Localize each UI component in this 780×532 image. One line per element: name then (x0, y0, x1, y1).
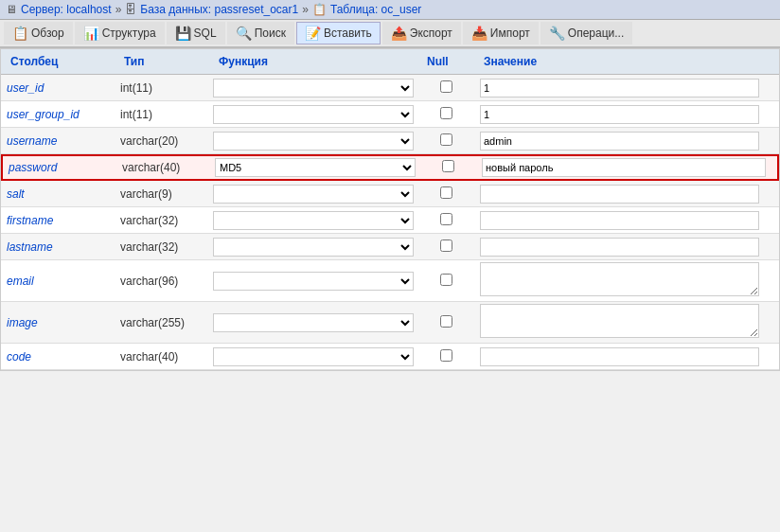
data-table: Столбец Тип Функция Null Значение user_i… (0, 48, 780, 371)
row-column-name: code (1, 348, 115, 365)
row-column-name: user_group_id (1, 106, 115, 123)
tab-search[interactable]: 🔍 Поиск (227, 22, 294, 44)
breadcrumb-table[interactable]: Таблица: oc_user (330, 3, 421, 16)
row-function-cell: BETWEENLIKEMD5NOW()PASSWORDSHA1UUID (209, 236, 417, 258)
function-select[interactable]: BETWEENLIKEMD5NOW()PASSWORDSHA1UUID (215, 158, 416, 177)
function-select[interactable]: BETWEENLIKEMD5NOW()PASSWORDSHA1UUID (213, 347, 414, 366)
function-select[interactable]: BETWEENLIKEMD5NOW()PASSWORDSHA1UUID (213, 313, 414, 332)
null-checkbox[interactable] (440, 349, 452, 362)
server-icon: 🖥 (6, 3, 17, 16)
row-column-name: lastname (1, 239, 115, 256)
row-function-cell: BETWEENLIKEMD5NOW()PASSWORDSHA1UUID (209, 103, 417, 126)
null-checkbox[interactable] (440, 80, 452, 93)
value-input[interactable] (480, 238, 759, 257)
row-column-name: salt (1, 186, 115, 203)
function-select[interactable]: BETWEENLIKEMD5NOW()PASSWORDSHA1UUID (213, 238, 414, 257)
row-function-cell: BETWEENLIKEMD5NOW()PASSWORDSHA1UUID (209, 209, 417, 232)
value-input[interactable] (480, 211, 759, 230)
row-column-type: int(11) (115, 80, 209, 97)
function-select[interactable]: BETWEENLIKEMD5NOW()PASSWORDSHA1UUID (213, 79, 414, 98)
row-value-cell (474, 130, 779, 152)
tab-search-label: Поиск (255, 27, 286, 40)
row-function-cell: BETWEENLIKEMD5NOW()PASSWORDSHA1UUID (209, 130, 417, 152)
value-textarea[interactable] (480, 262, 759, 296)
row-null-cell (417, 347, 474, 366)
tab-operations[interactable]: 🔧 Операци... (541, 22, 632, 44)
search-icon: 🔍 (236, 26, 252, 41)
col-header-null: Null (423, 53, 480, 70)
export-icon: 📤 (391, 26, 407, 41)
value-input[interactable] (480, 105, 759, 124)
table-row: lastnamevarchar(32)BETWEENLIKEMD5NOW()PA… (1, 234, 779, 260)
row-function-cell: BETWEENLIKEMD5NOW()PASSWORDSHA1UUID (209, 346, 417, 368)
table-row: usernamevarchar(20)BETWEENLIKEMD5NOW()PA… (1, 128, 779, 154)
row-value-cell (474, 103, 779, 126)
insert-icon: 📝 (305, 26, 321, 41)
col-header-type: Тип (120, 53, 215, 70)
breadcrumb: 🖥 Сервер: localhost » 🗄 База данных: pas… (0, 0, 780, 20)
row-value-cell (474, 209, 779, 232)
row-column-name: user_id (1, 80, 115, 97)
row-column-type: varchar(32) (115, 212, 209, 229)
breadcrumb-server[interactable]: Сервер: localhost (21, 3, 112, 16)
col-header-func: Функция (215, 53, 423, 70)
tab-import-label: Импорт (490, 27, 530, 40)
null-checkbox[interactable] (440, 315, 452, 328)
import-icon: 📥 (471, 26, 488, 41)
function-select[interactable]: BETWEENLIKEMD5NOW()PASSWORDSHA1UUID (213, 105, 414, 124)
row-column-name: email (1, 273, 115, 290)
null-checkbox[interactable] (440, 133, 452, 146)
null-checkbox[interactable] (440, 107, 452, 119)
row-column-name: password (3, 159, 116, 176)
row-column-type: int(11) (115, 106, 209, 123)
value-input[interactable] (480, 347, 759, 366)
overview-icon: 📋 (12, 26, 28, 41)
null-checkbox[interactable] (442, 160, 454, 172)
operations-icon: 🔧 (549, 26, 565, 41)
tab-sql[interactable]: 💾 SQL (167, 22, 225, 44)
value-input[interactable] (482, 158, 766, 177)
tab-sql-label: SQL (194, 27, 217, 40)
null-checkbox[interactable] (440, 274, 452, 286)
row-column-type: varchar(40) (115, 348, 209, 365)
tab-import[interactable]: 📥 Импорт (463, 22, 539, 44)
tab-overview-label: Обзор (31, 27, 64, 40)
null-checkbox[interactable] (440, 239, 452, 252)
null-checkbox[interactable] (440, 186, 452, 199)
tab-structure[interactable]: 📊 Структура (75, 22, 165, 44)
value-input[interactable] (480, 132, 759, 151)
value-input[interactable] (480, 185, 759, 204)
row-value-cell (474, 346, 779, 368)
tab-export[interactable]: 📤 Экспорт (382, 22, 461, 44)
function-select[interactable]: BETWEENLIKEMD5NOW()PASSWORDSHA1UUID (213, 211, 414, 230)
value-textarea[interactable] (480, 304, 759, 338)
row-value-cell (474, 236, 779, 258)
table-row: firstnamevarchar(32)BETWEENLIKEMD5NOW()P… (1, 207, 779, 234)
row-value-cell (476, 156, 777, 179)
row-column-type: varchar(9) (115, 186, 209, 203)
null-checkbox[interactable] (440, 213, 452, 225)
function-select[interactable]: BETWEENLIKEMD5NOW()PASSWORDSHA1UUID (213, 185, 414, 204)
row-null-cell (417, 272, 474, 291)
row-function-cell: BETWEENLIKEMD5NOW()PASSWORDSHA1UUID (209, 311, 417, 334)
row-null-cell (417, 313, 474, 332)
row-value-cell (474, 77, 779, 99)
row-column-name: image (1, 314, 115, 331)
row-function-cell: BETWEENLIKEMD5NOW()PASSWORDSHA1UUID (211, 156, 419, 179)
column-headers: Столбец Тип Функция Null Значение (1, 49, 779, 75)
row-function-cell: BETWEENLIKEMD5NOW()PASSWORDSHA1UUID (209, 270, 417, 293)
row-null-cell (417, 185, 474, 204)
row-column-type: varchar(40) (116, 159, 211, 176)
function-select[interactable]: BETWEENLIKEMD5NOW()PASSWORDSHA1UUID (213, 272, 414, 291)
function-select[interactable]: BETWEENLIKEMD5NOW()PASSWORDSHA1UUID (213, 132, 414, 151)
tab-insert[interactable]: 📝 Вставить (296, 22, 381, 44)
row-null-cell (417, 79, 474, 98)
tab-overview[interactable]: 📋 Обзор (4, 22, 73, 44)
breadcrumb-db[interactable]: База данных: passreset_ocar1 (140, 3, 298, 16)
row-column-type: varchar(20) (115, 133, 209, 150)
table-row: user_group_idint(11)BETWEENLIKEMD5NOW()P… (1, 101, 779, 128)
value-input[interactable] (480, 79, 759, 98)
table-row: passwordvarchar(40)BETWEENLIKEMD5NOW()PA… (1, 154, 779, 181)
sql-icon: 💾 (175, 26, 191, 41)
row-value-cell (474, 260, 779, 301)
